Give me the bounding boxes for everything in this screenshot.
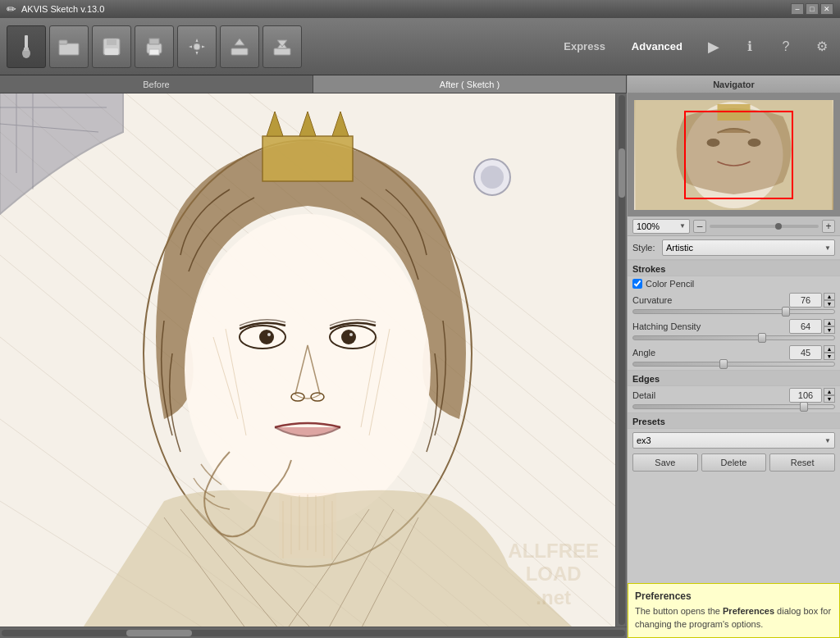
hatching-density-label: Hatching Density [632,321,701,331]
brush-icon [16,35,36,58]
angle-decrement[interactable]: ▼ [824,353,835,360]
zoom-bar: 100% ▼ – + [628,216,840,236]
main-area: Before After ( Sketch ) [0,75,840,638]
canvas-container[interactable]: ALLFREELOAD.net [0,93,615,627]
hatching-density-row: Hatching Density 64 ▲ ▼ [628,317,840,344]
detail-decrement[interactable]: ▼ [824,395,835,403]
zoom-slider-thumb[interactable] [775,223,782,230]
preferences-title: Preferences [635,590,833,602]
svg-rect-3 [59,43,79,55]
svg-point-36 [259,330,274,344]
controls-panel: Style: Artistic ▼ Strokes Color Pencil C… [628,236,840,583]
zoom-dropdown[interactable]: 100% ▼ [632,219,690,234]
angle-value: 45 [789,345,822,360]
save-preset-button[interactable]: Save [632,453,698,472]
navigator-header: Navigator [628,75,840,93]
print-button[interactable] [135,25,174,68]
download-button[interactable] [262,25,302,68]
svg-rect-9 [149,39,159,44]
preferences-button[interactable]: ⚙ [810,35,833,58]
reset-preset-button[interactable]: Reset [769,453,835,472]
curvature-decrement[interactable]: ▼ [824,300,835,308]
app-icon: ✏ [7,2,16,16]
express-mode-button[interactable]: Express [557,37,612,56]
detail-spinner: ▲ ▼ [824,388,835,403]
settings-button[interactable] [177,25,217,68]
svg-rect-12 [231,48,248,55]
curvature-value-control: 76 ▲ ▼ [789,293,835,308]
zoom-in-button[interactable]: + [822,220,835,233]
advanced-mode-button[interactable]: Advanced [625,37,689,56]
angle-increment[interactable]: ▲ [824,345,835,353]
info-button[interactable]: ℹ [738,35,761,58]
svg-rect-2 [24,48,29,51]
play-button[interactable]: ▶ [702,35,725,58]
window-controls: – □ ✕ [791,3,833,15]
presets-dropdown[interactable]: ex3 ▼ [632,432,835,449]
save-button[interactable] [92,25,131,68]
style-dropdown[interactable]: Artistic ▼ [662,239,835,256]
preset-action-buttons: Save Delete Reset [628,452,840,475]
detail-slider[interactable] [632,404,835,409]
before-tab[interactable]: Before [0,75,313,93]
hatching-density-value-control: 64 ▲ ▼ [789,319,835,334]
curvature-slider[interactable] [632,309,835,314]
hatching-density-increment[interactable]: ▲ [824,319,835,326]
svg-rect-7 [105,48,118,55]
navigator-thumbnail[interactable] [634,100,833,210]
color-pencil-checkbox[interactable] [632,279,642,289]
detail-label: Detail [632,390,655,400]
detail-increment[interactable]: ▲ [824,388,835,395]
settings-icon [187,37,207,57]
sketch-image: ALLFREELOAD.net [0,93,615,627]
hatching-density-decrement[interactable]: ▼ [824,326,835,334]
download-icon [272,37,293,57]
curvature-thumb[interactable] [782,307,790,317]
upload-icon [229,37,250,57]
vertical-scrollbar[interactable] [615,93,627,627]
canvas-with-scroll: ALLFREELOAD.net [0,93,627,627]
preferences-description: The button opens the Preferences dialog … [635,605,833,631]
angle-thumb[interactable] [719,359,728,369]
delete-preset-button[interactable]: Delete [701,453,767,472]
view-tabs: Before After ( Sketch ) [0,75,627,93]
svg-rect-43 [262,136,353,181]
hatching-density-thumb[interactable] [758,333,766,343]
canvas-area: Before After ( Sketch ) [0,75,627,638]
zoom-slider[interactable] [710,225,819,228]
brush-tool-button[interactable] [7,25,46,68]
preferences-info-box: Preferences The button opens the Prefere… [628,583,840,638]
curvature-increment[interactable]: ▲ [824,293,835,300]
svg-point-48 [481,166,504,189]
maximize-button[interactable]: □ [806,3,819,15]
curvature-label: Curvature [632,295,672,305]
hatching-density-spinner: ▲ ▼ [824,319,835,334]
open-button[interactable] [49,25,89,68]
navigator-preview [628,93,840,216]
hatching-density-value: 64 [789,319,822,334]
help-button[interactable]: ? [774,35,797,58]
angle-value-control: 45 ▲ ▼ [789,345,835,360]
minimize-button[interactable]: – [791,3,804,15]
angle-slider[interactable] [632,362,835,367]
curvature-value: 76 [789,293,822,308]
detail-thumb[interactable] [800,402,808,412]
close-button[interactable]: ✕ [820,3,833,15]
color-pencil-row: Color Pencil [628,276,840,291]
svg-point-40 [349,333,353,336]
svg-point-30 [185,214,431,526]
strokes-header: Strokes [628,260,840,276]
navigator-viewport-rect[interactable] [684,111,794,198]
after-sketch-tab[interactable]: After ( Sketch ) [313,75,627,93]
open-icon [57,37,80,57]
curvature-spinner: ▲ ▼ [824,293,835,308]
app-title: ✏ AKVIS Sketch v.13.0 [7,2,104,16]
angle-row: Angle 45 ▲ ▼ [628,344,840,370]
sketch-svg [0,93,615,627]
hatching-density-slider[interactable] [632,335,835,340]
svg-rect-4 [59,40,67,44]
zoom-out-button[interactable]: – [693,220,706,233]
horizontal-scrollbar[interactable] [0,627,627,638]
svg-point-39 [341,330,356,344]
upload-button[interactable] [220,25,259,68]
